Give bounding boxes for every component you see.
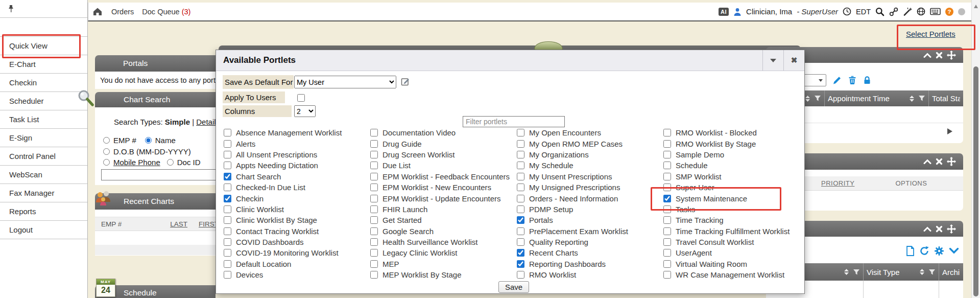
portlet-checkbox[interactable] xyxy=(663,249,671,257)
sidebar-item-scheduler[interactable]: Scheduler xyxy=(0,92,87,110)
portlet-checkbox[interactable] xyxy=(224,184,231,191)
portlet-checkbox[interactable] xyxy=(224,271,231,279)
scrollbar-thumb[interactable] xyxy=(973,66,978,296)
portlet-checkbox[interactable] xyxy=(663,173,671,180)
portlet-checkbox[interactable] xyxy=(224,205,231,213)
edit-icon[interactable] xyxy=(401,77,410,86)
portlet-checkbox[interactable] xyxy=(370,205,378,213)
sidebar-item-task-list[interactable]: Task List xyxy=(0,110,87,129)
portlet-checkbox[interactable] xyxy=(370,216,378,224)
save-as-default-select[interactable]: My User xyxy=(294,76,396,88)
filter-icon[interactable] xyxy=(853,269,860,276)
sidebar-item-control-panel[interactable]: Control Panel xyxy=(0,147,87,166)
link-icon[interactable] xyxy=(889,7,898,16)
portlet-checkbox[interactable] xyxy=(224,195,231,202)
collapse-icon[interactable] xyxy=(923,158,931,165)
portlet-checkbox[interactable] xyxy=(370,227,378,235)
portlet-checkbox[interactable] xyxy=(663,227,671,235)
radio-emp[interactable] xyxy=(103,137,110,144)
column-header-first[interactable]: FIRST xyxy=(199,220,216,228)
portlet-checkbox[interactable] xyxy=(224,260,231,268)
presence-icon[interactable] xyxy=(958,8,965,15)
portlet-checkbox[interactable] xyxy=(663,195,671,202)
new-doc-icon[interactable] xyxy=(905,246,915,256)
portlet-checkbox[interactable] xyxy=(517,227,524,235)
pin-icon[interactable] xyxy=(7,5,15,13)
radio-mobile-phone[interactable] xyxy=(103,159,110,166)
sidebar-item-webscan[interactable]: WebScan xyxy=(0,166,87,184)
ai-badge[interactable]: AI xyxy=(719,8,729,16)
sidebar-item-reports[interactable]: Reports xyxy=(0,202,87,221)
play-icon[interactable] xyxy=(947,128,953,135)
filter-icon[interactable] xyxy=(928,269,936,276)
pencil-icon[interactable] xyxy=(832,75,842,85)
portlet-checkbox[interactable] xyxy=(224,238,231,246)
portlet-checkbox[interactable] xyxy=(663,238,671,246)
collapse-icon[interactable] xyxy=(923,52,931,58)
clock-icon[interactable] xyxy=(843,7,851,16)
help-icon[interactable]: ? xyxy=(945,8,953,16)
portlet-checkbox[interactable] xyxy=(224,162,231,169)
portlet-checkbox[interactable] xyxy=(517,216,524,224)
portlet-checkbox[interactable] xyxy=(224,173,231,180)
portlet-checkbox[interactable] xyxy=(224,216,231,224)
close-icon[interactable] xyxy=(936,225,943,233)
portlet-checkbox[interactable] xyxy=(663,162,671,169)
dialog-close-button[interactable]: ✖ xyxy=(783,50,804,71)
portlet-checkbox[interactable] xyxy=(370,129,378,136)
page-scrollbar[interactable] xyxy=(971,0,980,298)
portlet-checkbox[interactable] xyxy=(370,140,378,148)
move-icon[interactable] xyxy=(947,157,956,166)
search-icon[interactable] xyxy=(875,7,885,16)
gear-icon[interactable] xyxy=(934,246,944,256)
delete-icon[interactable] xyxy=(848,76,857,85)
portlet-checkbox[interactable] xyxy=(517,151,524,158)
portlet-checkbox[interactable] xyxy=(224,151,231,158)
collapse-icon[interactable] xyxy=(923,226,931,232)
portlet-checkbox[interactable] xyxy=(370,260,378,268)
nav-orders[interactable]: Orders xyxy=(111,8,134,16)
nav-doc-queue[interactable]: Doc Queue xyxy=(142,8,179,16)
radio-doc-id[interactable] xyxy=(167,159,174,166)
portlet-checkbox[interactable] xyxy=(663,205,671,213)
sidebar-item-quick-view[interactable]: Quick View xyxy=(0,37,87,55)
portlet-checkbox[interactable] xyxy=(517,184,524,191)
close-icon[interactable] xyxy=(936,52,943,59)
portlet-checkbox[interactable] xyxy=(224,249,231,257)
sort-icon[interactable] xyxy=(844,268,849,276)
filter-icon[interactable] xyxy=(918,95,925,102)
portlet-checkbox[interactable] xyxy=(517,173,524,180)
portlet-checkbox[interactable] xyxy=(370,173,378,180)
portlet-checkbox[interactable] xyxy=(224,129,231,136)
radio-name[interactable] xyxy=(145,137,152,144)
column-header-last[interactable]: LAST xyxy=(170,220,187,228)
lock-icon[interactable] xyxy=(863,76,872,85)
portlet-checkbox[interactable] xyxy=(663,271,671,279)
portlet-checkbox[interactable] xyxy=(517,162,524,169)
portlet-checkbox[interactable] xyxy=(370,195,378,202)
portlet-checkbox[interactable] xyxy=(370,271,378,279)
portlet-checkbox[interactable] xyxy=(663,260,671,268)
portlet-checkbox[interactable] xyxy=(370,184,378,191)
radio-dob[interactable] xyxy=(103,148,110,155)
portlet-checkbox[interactable] xyxy=(517,140,524,148)
filter-portlets-input[interactable] xyxy=(463,116,565,127)
search-type-detailed[interactable]: Detailed xyxy=(196,118,216,126)
sort-icon[interactable] xyxy=(805,95,810,102)
portlet-checkbox[interactable] xyxy=(370,238,378,246)
sidebar-item-logout[interactable]: Logout xyxy=(0,221,87,239)
close-icon[interactable] xyxy=(936,158,943,165)
portlet-checkbox[interactable] xyxy=(370,151,378,158)
sidebar-item-e-sign[interactable]: E-Sign xyxy=(0,129,87,147)
search-type-simple[interactable]: Simple xyxy=(165,118,190,126)
sidebar-item-checkin[interactable]: Checkin xyxy=(0,74,87,92)
dialog-minimize-button[interactable] xyxy=(762,50,783,71)
portlet-checkbox[interactable] xyxy=(224,227,231,235)
sort-icon[interactable] xyxy=(919,268,925,276)
sort-icon[interactable] xyxy=(909,95,915,102)
portlet-checkbox[interactable] xyxy=(370,249,378,257)
move-icon[interactable] xyxy=(947,51,956,60)
refresh-icon[interactable] xyxy=(919,246,929,256)
sidebar-item-e-chart[interactable]: E-Chart xyxy=(0,55,87,74)
columns-select[interactable]: 2 xyxy=(294,105,316,117)
